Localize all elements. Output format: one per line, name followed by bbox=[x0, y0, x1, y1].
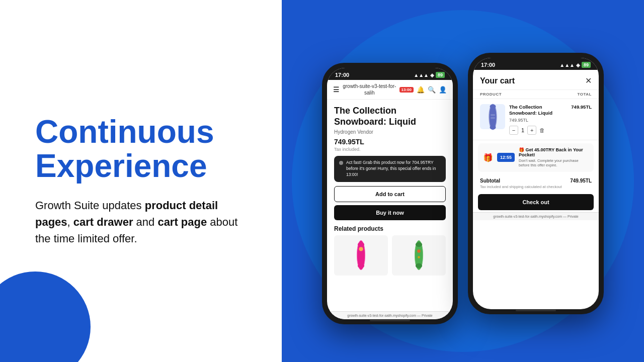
phone1-status-bar: 17:00 ▲▲▲ ◈ 89 bbox=[327, 68, 453, 80]
cashback-timer: 12:55 bbox=[497, 153, 515, 162]
cart-title: Your cart bbox=[480, 76, 515, 85]
phone2-url-bar: growth-suite-v3-test-for-salih.myshopify… bbox=[473, 212, 599, 220]
battery-icon: 89 bbox=[436, 72, 445, 78]
timer-dot-icon bbox=[339, 161, 343, 165]
search-icon[interactable]: 🔍 bbox=[428, 86, 436, 94]
wifi-icon2: ◈ bbox=[576, 62, 580, 68]
svg-rect-14 bbox=[490, 117, 495, 118]
phone1-product-content: The Collection Snowboard: Liquid Hydroge… bbox=[327, 100, 453, 282]
headline: Continuous Experience bbox=[35, 115, 252, 183]
phone1-timer-text: Act fast! Grab this product now for 704.… bbox=[346, 160, 441, 178]
phone1-related-products bbox=[334, 235, 446, 276]
cashback-gift-icon: 🎁 bbox=[483, 153, 493, 162]
cart-item-unit-price: 749.95TL bbox=[509, 118, 567, 123]
battery-icon2: 89 bbox=[582, 62, 591, 68]
headline-line2: Experience bbox=[35, 148, 207, 184]
phone1-vendor: Hydrogen Vendor bbox=[334, 129, 446, 135]
phone1-home-indicator bbox=[370, 320, 410, 321]
cashback-widget: 🎁 12:55 🎁 Get 45.00TRY Back in Your Pock… bbox=[478, 143, 594, 172]
phones-container: 17:00 ▲▲▲ ◈ 89 ☰ growth-suite-v3-test-fo… bbox=[322, 48, 604, 324]
desc-bold3: cart page bbox=[157, 216, 207, 228]
close-cart-button[interactable]: ✕ bbox=[585, 76, 592, 85]
phone2-status-bar: 17:00 ▲▲▲ ◈ 89 bbox=[473, 58, 599, 70]
description: Growth Suite updates product detail page… bbox=[35, 197, 252, 247]
svg-point-15 bbox=[490, 104, 496, 108]
related-product-2[interactable] bbox=[392, 235, 446, 276]
phone2-screen: 17:00 ▲▲▲ ◈ 89 Your cart ✕ PRODUCT TOTAL bbox=[473, 58, 599, 309]
cart-item-details: The Collection Snowboard: Liquid 749.95T… bbox=[509, 104, 567, 135]
add-to-cart-button[interactable]: Add to cart bbox=[334, 186, 446, 202]
phone1-status-icons: ▲▲▲ ◈ 89 bbox=[414, 72, 445, 78]
phone-product-detail: 17:00 ▲▲▲ ◈ 89 ☰ growth-suite-v3-test-fo… bbox=[322, 63, 458, 324]
cashback-text: 🎁 Get 45.00TRY Back in Your Pocket! Don'… bbox=[519, 147, 589, 168]
phone1-product-title: The Collection Snowboard: Liquid bbox=[334, 106, 446, 127]
cart-col-total: TOTAL bbox=[578, 92, 592, 97]
cart-columns: PRODUCT TOTAL bbox=[473, 90, 599, 99]
svg-point-3 bbox=[358, 242, 364, 247]
svg-point-9 bbox=[416, 242, 422, 247]
svg-point-4 bbox=[358, 263, 364, 268]
svg-point-7 bbox=[417, 249, 421, 253]
qty-decrease-button[interactable]: − bbox=[509, 126, 518, 135]
subtotal-row: Subtotal 749.95TL bbox=[473, 175, 599, 185]
cart-col-product: PRODUCT bbox=[480, 92, 502, 97]
person-icon[interactable]: 👤 bbox=[439, 86, 447, 94]
svg-point-16 bbox=[490, 125, 496, 129]
desc-bold2: cart drawer bbox=[73, 216, 133, 228]
svg-point-8 bbox=[418, 256, 420, 258]
phone1-timer-box: Act fast! Grab this product now for 704.… bbox=[334, 156, 446, 182]
related-product-1[interactable] bbox=[334, 235, 388, 276]
subtotal-label: Subtotal bbox=[480, 178, 500, 184]
phone1-tax-info: Tax included. bbox=[334, 147, 446, 152]
svg-rect-13 bbox=[490, 114, 495, 116]
subtotal-note: Tax included and shipping calculated at … bbox=[473, 185, 599, 192]
phone1-related-title: Related products bbox=[334, 225, 446, 232]
headline-line1: Continuous bbox=[35, 114, 214, 150]
phone1-nav-center: growth-suite-v3-test-for-salih bbox=[340, 83, 399, 96]
desc-sep2: and bbox=[133, 216, 157, 228]
decorative-circle-bottom-left bbox=[0, 272, 91, 362]
phone1-nav-title: growth-suite-v3-test-for-salih bbox=[340, 83, 399, 96]
right-panel: 17:00 ▲▲▲ ◈ 89 ☰ growth-suite-v3-test-fo… bbox=[282, 0, 644, 362]
cart-item-total-price: 749.95TL bbox=[571, 104, 592, 110]
cart-header: Your cart ✕ bbox=[473, 70, 599, 90]
phone1-timer-badge: 13:00 bbox=[399, 87, 414, 93]
buy-now-button[interactable]: Buy it now bbox=[334, 205, 446, 220]
phone1-time: 17:00 bbox=[335, 72, 349, 78]
phone2-status-icons: ▲▲▲ ◈ 89 bbox=[559, 62, 591, 68]
wifi-icon: ◈ bbox=[430, 72, 434, 78]
svg-point-10 bbox=[416, 263, 422, 268]
qty-increase-button[interactable]: + bbox=[527, 126, 536, 135]
bell-icon[interactable]: 🔔 bbox=[417, 86, 425, 94]
phone1-url-bar: growth-suite-v3-test-for-salih.myshopify… bbox=[327, 311, 453, 319]
phone1-nav-icons: 13:00 🔔 🔍 👤 bbox=[399, 86, 447, 94]
cashback-desc: Don't wait. Complete your purchase befor… bbox=[519, 158, 589, 168]
signal-icon: ▲▲▲ bbox=[414, 72, 429, 78]
cart-item-row: The Collection Snowboard: Liquid 749.95T… bbox=[473, 99, 599, 140]
subtotal-amount: 749.95TL bbox=[570, 178, 592, 184]
phone2-home-indicator bbox=[516, 310, 556, 311]
desc-intro: Growth Suite updates bbox=[35, 199, 145, 212]
delete-item-button[interactable]: 🗑 bbox=[539, 127, 545, 133]
signal-icon2: ▲▲▲ bbox=[559, 62, 575, 68]
qty-display: 1 bbox=[521, 127, 524, 133]
phone1-price: 749.95TL bbox=[334, 138, 446, 146]
quantity-controls: − 1 + 🗑 bbox=[509, 126, 567, 135]
cashback-title: 🎁 Get 45.00TRY Back in Your Pocket! bbox=[519, 147, 589, 157]
menu-icon[interactable]: ☰ bbox=[333, 85, 340, 94]
cart-item-name: The Collection Snowboard: Liquid bbox=[509, 104, 567, 117]
desc-sep1: , bbox=[67, 216, 73, 228]
cart-item-image bbox=[480, 104, 505, 129]
phone-cart: 17:00 ▲▲▲ ◈ 89 Your cart ✕ PRODUCT TOTAL bbox=[468, 53, 604, 314]
checkout-button[interactable]: Check out bbox=[478, 194, 594, 210]
svg-point-2 bbox=[359, 247, 363, 251]
left-panel: Continuous Experience Growth Suite updat… bbox=[0, 0, 282, 362]
phone1-nav-bar: ☰ growth-suite-v3-test-for-salih 13:00 🔔… bbox=[327, 80, 453, 100]
phone2-time: 17:00 bbox=[481, 62, 495, 68]
phone1-screen: 17:00 ▲▲▲ ◈ 89 ☰ growth-suite-v3-test-fo… bbox=[327, 68, 453, 319]
